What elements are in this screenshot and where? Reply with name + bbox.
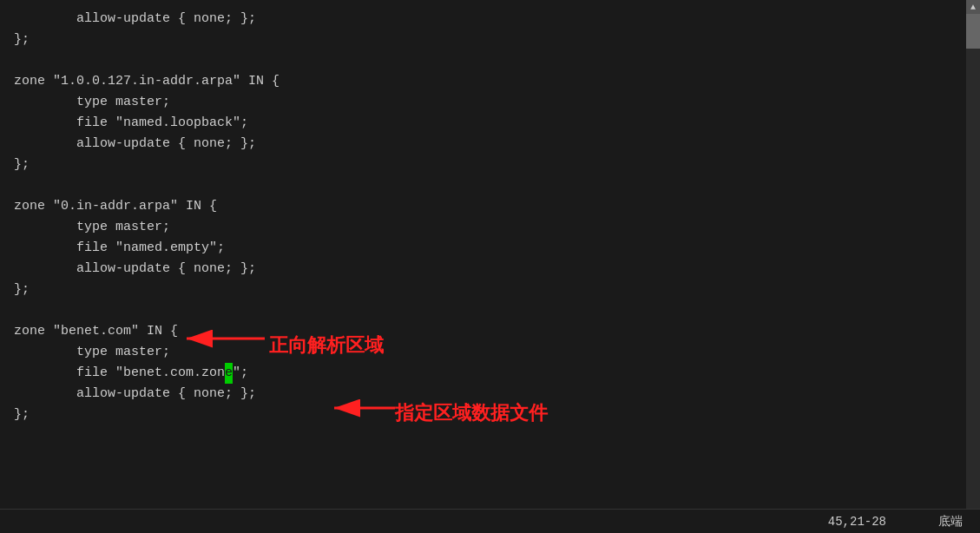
scrollbar[interactable]: ▲ [966,0,980,509]
code-line [14,300,952,321]
editor-area: allow-update { none; }; }; zone "1.0.0.1… [0,0,980,509]
code-line [14,50,952,71]
code-line: zone "1.0.0.127.in-addr.arpa" IN { [14,71,952,92]
code-line: allow-update { none; }; [14,134,952,155]
scrollbar-thumb[interactable] [966,14,980,49]
code-line: }; [14,30,952,50]
code-line [14,175,952,196]
code-line: allow-update { none; }; [14,259,952,280]
code-content[interactable]: allow-update { none; }; }; zone "1.0.0.1… [0,0,966,509]
code-line: file "named.loopback"; [14,113,952,134]
code-line: type master; [14,92,952,113]
cursor-position: 45,21-28 [828,515,886,529]
scrollbar-up-button[interactable]: ▲ [966,0,980,14]
scrollbar-track[interactable] [966,14,980,509]
code-line: }; [14,280,952,300]
code-line: type master; [14,342,952,363]
code-line: file "named.empty"; [14,238,952,259]
code-line: }; [14,155,952,175]
code-line: type master; [14,217,952,238]
highlight-char: e [225,363,233,384]
code-line: allow-update { none; }; [14,384,952,405]
code-line: zone "0.in-addr.arpa" IN { [14,196,952,217]
code-line: }; [14,405,952,425]
status-bar: 45,21-28 底端 [0,509,980,533]
scroll-location: 底端 [938,514,963,530]
code-line: file "benet.com.zone"; [14,363,952,384]
code-line: zone "benet.com" IN { [14,321,952,342]
code-line: allow-update { none; }; [14,9,952,30]
